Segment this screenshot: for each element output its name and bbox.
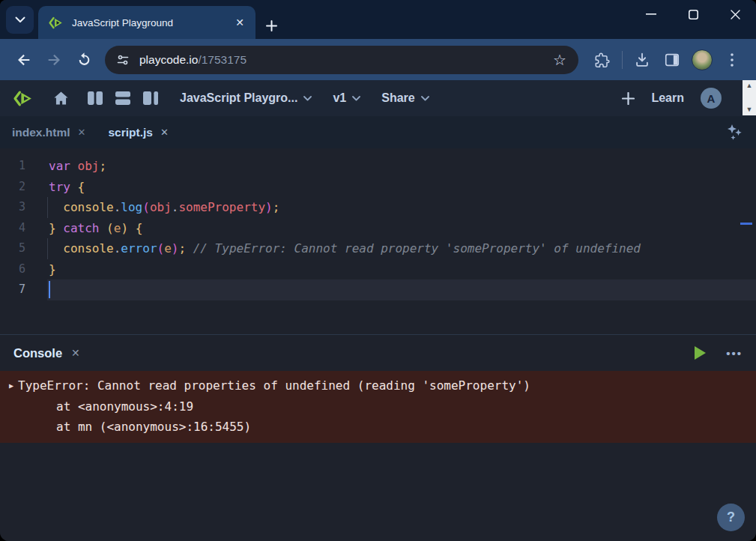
reload-icon <box>76 52 92 67</box>
console-output-area: ? <box>0 443 756 541</box>
browser-tab-strip: JavaScript Playground ✕ <box>0 0 756 39</box>
close-icon <box>731 10 740 19</box>
editor-tabs-list: index.html✕script.js✕ <box>12 126 169 139</box>
layout-sidebar-button[interactable] <box>142 91 159 106</box>
scroll-down-arrow[interactable]: ▼ <box>746 106 753 113</box>
extensions-button[interactable] <box>587 45 617 75</box>
code-line[interactable]: 4} catch (e) { <box>0 218 756 239</box>
browser-menu-button[interactable] <box>717 45 747 75</box>
line-number: 1 <box>0 156 47 177</box>
download-icon <box>634 52 650 68</box>
layout-panel-icon <box>142 91 159 106</box>
run-button[interactable] <box>694 345 707 360</box>
line-number: 6 <box>0 259 47 280</box>
chevron-down-icon <box>303 96 312 101</box>
minimize-icon <box>646 13 656 15</box>
console-menu-button[interactable]: ••• <box>726 347 743 360</box>
error-message: TypeError: Cannot read properties of und… <box>18 375 530 396</box>
scroll-up-arrow[interactable]: ▲ <box>746 82 753 89</box>
code-line[interactable]: 5 console.error(e); // TypeError: Cannot… <box>0 238 756 259</box>
line-number: 5 <box>0 238 47 259</box>
kebab-menu-icon <box>731 53 734 67</box>
puzzle-icon <box>594 52 611 68</box>
project-title: JavaScript Playgro... <box>180 91 297 105</box>
side-panel-icon <box>664 52 680 68</box>
editor-tab-index.html[interactable]: index.html✕ <box>12 126 85 139</box>
layout-rows-icon <box>115 91 131 106</box>
home-button[interactable] <box>53 91 69 106</box>
code-line[interactable]: 6} <box>0 259 756 280</box>
stack-frame: at mn (<anonymous>:16:5455) <box>0 417 756 438</box>
code-line[interactable]: 1var obj; <box>0 156 756 177</box>
plus-icon <box>266 20 277 31</box>
console-close-button[interactable]: ✕ <box>71 347 80 359</box>
line-content: } <box>47 259 756 280</box>
project-title-menu[interactable]: JavaScript Playgro... <box>180 91 312 105</box>
tab-close-button[interactable]: ✕ <box>232 14 248 31</box>
back-button[interactable] <box>9 45 39 75</box>
tab-search-button[interactable] <box>6 6 34 34</box>
back-arrow-icon <box>16 52 32 68</box>
playcode-logo[interactable] <box>13 88 34 109</box>
code-editor[interactable]: 1var obj;2try {3 console.log(obj.somePro… <box>0 148 756 334</box>
console-error-block: ▶ TypeError: Cannot read properties of u… <box>0 371 756 443</box>
playcode-favicon <box>49 15 64 31</box>
version-menu[interactable]: v1 <box>333 91 360 105</box>
bookmark-star-icon[interactable]: ☆ <box>547 51 572 69</box>
app-toolbar: JavaScript Playgro... v1 Share Learn A ▲… <box>0 80 756 116</box>
editor-tab-label: index.html <box>12 126 70 139</box>
editor-tab-bar: index.html✕script.js✕ <box>0 116 756 148</box>
downloads-button[interactable] <box>627 45 657 75</box>
line-number: 3 <box>0 197 47 218</box>
code-line[interactable]: 2try { <box>0 177 756 198</box>
editor-tab-script.js[interactable]: script.js✕ <box>108 126 168 139</box>
close-window-button[interactable] <box>714 0 756 28</box>
share-menu[interactable]: Share <box>381 91 429 105</box>
ai-assistant-button[interactable] <box>725 123 744 142</box>
browser-window: JavaScript Playground ✕ <box>0 0 756 541</box>
layout-columns-icon <box>87 91 103 106</box>
editor-tab-close[interactable]: ✕ <box>160 127 169 138</box>
line-content: var obj; <box>47 156 756 177</box>
url-path: /1753175 <box>198 53 247 66</box>
new-tab-button[interactable] <box>266 20 277 31</box>
line-content: console.error(e); // TypeError: Cannot r… <box>47 238 756 259</box>
address-bar[interactable]: playcode.io/1753175 ☆ <box>105 46 578 74</box>
window-controls <box>630 0 756 28</box>
console-tab[interactable]: Console <box>13 346 62 360</box>
browser-tab[interactable]: JavaScript Playground ✕ <box>38 6 255 39</box>
editor-tab-close[interactable]: ✕ <box>78 127 86 138</box>
toolbar-divider <box>622 51 623 69</box>
expand-caret-icon[interactable]: ▶ <box>9 375 18 396</box>
url-host: playcode.io <box>139 53 198 66</box>
error-message-row[interactable]: ▶ TypeError: Cannot read properties of u… <box>0 375 756 396</box>
minimize-button[interactable] <box>630 0 672 28</box>
learn-link[interactable]: Learn <box>651 91 684 105</box>
side-panel-button[interactable] <box>657 45 687 75</box>
line-content: console.log(obj.someProperty); <box>47 197 756 218</box>
chevron-down-icon <box>15 16 25 23</box>
version-label: v1 <box>333 91 346 105</box>
layout-split-horizontal-button[interactable] <box>115 91 131 106</box>
home-icon <box>53 91 69 106</box>
layout-split-vertical-button[interactable] <box>87 91 103 106</box>
code-line[interactable]: 3 console.log(obj.someProperty); <box>0 197 756 218</box>
maximize-button[interactable] <box>672 0 714 28</box>
chevron-down-icon <box>421 96 429 101</box>
browser-navbar: playcode.io/1753175 ☆ <box>0 39 756 80</box>
account-avatar[interactable]: A <box>701 88 722 109</box>
page-scrollbar[interactable]: ▲ ▼ <box>743 80 756 115</box>
browser-profile-avatar[interactable] <box>692 49 713 70</box>
line-number: 2 <box>0 177 47 198</box>
code-line[interactable]: 7 <box>0 279 756 300</box>
forward-button[interactable] <box>39 45 69 75</box>
reload-button[interactable] <box>69 45 99 75</box>
editor-tab-label: script.js <box>108 126 152 139</box>
new-project-button[interactable] <box>622 92 635 105</box>
text-cursor <box>49 281 50 298</box>
chevron-down-icon <box>352 96 360 101</box>
line-content <box>47 279 756 300</box>
help-button[interactable]: ? <box>717 504 745 531</box>
stack-frame: at <anonymous>:4:19 <box>0 396 756 417</box>
playcode-logo-icon <box>13 88 34 109</box>
